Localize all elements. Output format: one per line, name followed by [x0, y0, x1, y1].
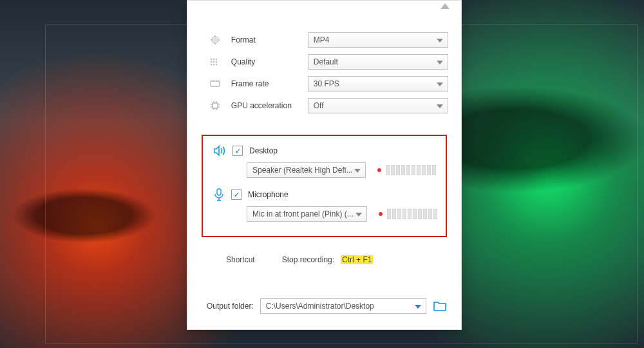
- format-label: Format: [222, 35, 308, 44]
- collapse-arrow-icon[interactable]: [440, 3, 450, 9]
- quality-label: Quality: [222, 57, 308, 66]
- gpu-icon: [208, 101, 222, 111]
- svg-point-1: [214, 39, 216, 41]
- speaker-icon: [213, 145, 226, 157]
- mic-device-select[interactable]: Mic in at front panel (Pink) (...: [247, 206, 367, 222]
- svg-rect-13: [217, 189, 221, 195]
- video-settings: Format MP4 Quality Default Frame rate 30…: [208, 29, 448, 117]
- framerate-label: Frame rate: [222, 79, 308, 88]
- quality-select[interactable]: Default: [308, 54, 448, 70]
- framerate-select[interactable]: 30 FPS: [308, 76, 448, 92]
- format-icon: [208, 35, 222, 45]
- svg-point-4: [216, 59, 218, 61]
- mic-label: Microphone: [248, 190, 289, 199]
- output-row: Output folder: C:\Users\Administrator\De…: [207, 298, 447, 314]
- svg-point-6: [213, 61, 215, 63]
- mic-checkbox[interactable]: ✓: [231, 189, 242, 200]
- svg-rect-11: [211, 81, 220, 86]
- row-quality: Quality Default: [208, 51, 448, 73]
- level-bars: [387, 209, 437, 219]
- svg-point-3: [213, 59, 215, 61]
- shortcut-row: Shortcut Stop recording: Ctrl + F1: [226, 255, 373, 264]
- desktop-checkbox[interactable]: ✓: [232, 146, 243, 156]
- quality-icon: [208, 58, 222, 66]
- gpu-select[interactable]: Off: [308, 98, 448, 113]
- output-label: Output folder:: [207, 302, 254, 311]
- level-bars: [386, 165, 436, 175]
- svg-point-9: [213, 64, 215, 66]
- format-select[interactable]: MP4: [308, 32, 448, 48]
- open-folder-icon[interactable]: [433, 300, 447, 312]
- svg-point-8: [211, 64, 213, 66]
- shortcut-group: Stop recording: Ctrl + F1: [282, 255, 374, 264]
- row-format: Format MP4: [208, 29, 448, 51]
- row-gpu: GPU acceleration Off: [208, 95, 448, 117]
- svg-point-0: [212, 37, 218, 43]
- microphone-icon: [213, 188, 225, 201]
- desktop-label: Desktop: [249, 146, 278, 155]
- audio-section: ✓ Desktop Speaker (Realtek High Defi... …: [202, 135, 447, 237]
- shortcut-key: Ctrl + F1: [341, 255, 373, 264]
- desktop-level-meter: [377, 165, 436, 175]
- gpu-label: GPU acceleration: [222, 101, 308, 110]
- shortcut-label: Shortcut: [226, 255, 255, 264]
- svg-point-10: [216, 64, 218, 66]
- stop-recording-label: Stop recording:: [282, 255, 334, 264]
- mic-level-meter: [379, 209, 437, 219]
- desktop-audio-row: ✓ Desktop: [213, 142, 435, 159]
- desktop-device-select[interactable]: Speaker (Realtek High Defi...: [247, 162, 366, 178]
- settings-panel: Format MP4 Quality Default Frame rate 30…: [187, 0, 462, 330]
- svg-rect-12: [213, 103, 218, 108]
- record-dot-icon: [377, 168, 381, 172]
- mic-audio-row: ✓ Microphone: [213, 186, 435, 203]
- output-path-value: C:\Users\Administrator\Desktop: [266, 302, 374, 311]
- framerate-icon: [208, 79, 222, 88]
- desktop-device-row: Speaker (Realtek High Defi...: [213, 160, 435, 180]
- svg-point-7: [216, 61, 218, 63]
- output-path-select[interactable]: C:\Users\Administrator\Desktop: [260, 298, 426, 314]
- row-framerate: Frame rate 30 FPS: [208, 73, 448, 95]
- mic-device-row: Mic in at front panel (Pink) (...: [213, 204, 435, 224]
- svg-point-2: [211, 59, 213, 61]
- record-dot-icon: [379, 212, 383, 216]
- svg-point-5: [211, 61, 213, 63]
